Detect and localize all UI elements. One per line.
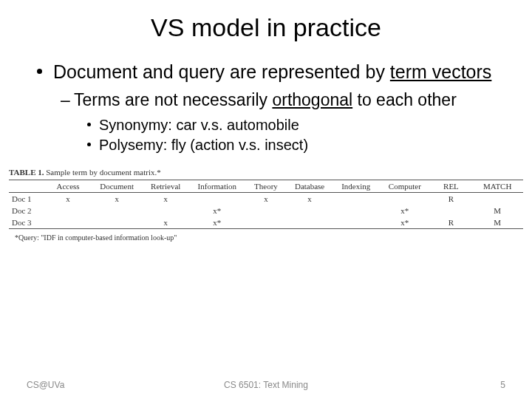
row-label: Doc 1 xyxy=(9,193,45,205)
cell: x xyxy=(45,193,92,205)
row-label: Doc 3 xyxy=(9,216,45,229)
cell: x* xyxy=(189,205,246,216)
col-header: Access xyxy=(45,180,92,193)
cell xyxy=(45,205,92,216)
bullet-level2: – Terms are not necessarily orthogonal t… xyxy=(61,90,510,111)
col-header: Information xyxy=(189,180,246,193)
cell xyxy=(91,216,143,229)
cell: R xyxy=(431,193,472,205)
bullet-dot-icon xyxy=(87,123,91,126)
col-header xyxy=(9,180,45,193)
table-footnote: *Query: "IDF in computer-based informati… xyxy=(9,233,523,242)
cell xyxy=(245,216,287,229)
bullet-list: Document and query are represented by te… xyxy=(0,61,532,154)
bullet-text: Document and query are represented by xyxy=(53,61,390,82)
footnote-text: *Query: "IDF in computer-based informati… xyxy=(15,233,177,242)
slide: VS model in practice Document and query … xyxy=(0,0,532,399)
cell xyxy=(245,205,287,216)
bullet-text: to each other xyxy=(352,90,457,109)
col-header: Indexing xyxy=(332,180,379,193)
cell xyxy=(332,193,379,205)
cell xyxy=(189,193,246,205)
cell xyxy=(431,205,472,216)
bullet-text: Synonymy: car v.s. automobile xyxy=(99,117,299,133)
cell: x xyxy=(245,193,287,205)
col-header: Document xyxy=(91,180,143,193)
bullet-dot-icon xyxy=(87,143,91,146)
col-header: MATCH xyxy=(471,180,523,193)
table-caption: TABLE 1. Sample term by document matrix.… xyxy=(9,168,523,177)
cell: x* xyxy=(379,205,431,216)
footer-page-number: 5 xyxy=(500,380,505,390)
example-table: TABLE 1. Sample term by document matrix.… xyxy=(0,168,532,242)
table-caption-label: TABLE 1. xyxy=(9,168,44,177)
doc-matrix-table: Access Document Retrieval Information Th… xyxy=(9,180,523,229)
cell: x xyxy=(91,193,143,205)
cell xyxy=(45,216,92,229)
bullet-text: Polysemy: fly (action v.s. insect) xyxy=(99,137,308,153)
cell xyxy=(287,205,333,216)
cell: x* xyxy=(189,216,246,229)
slide-title: VS model in practice xyxy=(0,13,532,42)
bullet-text: Terms are not necessarily xyxy=(74,90,272,109)
cell: x* xyxy=(379,216,431,229)
col-header: REL xyxy=(431,180,472,193)
table-row: Doc 2 x* x* M xyxy=(9,205,523,216)
col-header: Database xyxy=(287,180,333,193)
col-header: Computer xyxy=(379,180,431,193)
cell xyxy=(91,205,143,216)
slide-footer: CS@UVa CS 6501: Text Mining 5 xyxy=(0,380,532,390)
row-label: Doc 2 xyxy=(9,205,45,216)
table-caption-text: Sample term by document matrix.* xyxy=(46,168,161,177)
cell xyxy=(332,205,379,216)
cell xyxy=(143,205,189,216)
cell: R xyxy=(431,216,472,229)
bullet-dot-icon xyxy=(37,69,42,74)
dash-icon: – xyxy=(61,90,70,111)
table-row: Doc 1 x x x x x R xyxy=(9,193,523,205)
cell xyxy=(471,193,523,205)
cell: x xyxy=(287,193,333,205)
cell: M xyxy=(471,216,523,229)
cell: x xyxy=(143,193,189,205)
bullet-underlined: term vectors xyxy=(390,61,492,82)
cell xyxy=(287,216,333,229)
bullet-underlined: orthogonal xyxy=(272,90,352,109)
bullet-level3: Polysemy: fly (action v.s. insect) xyxy=(87,136,510,154)
table-row: Doc 3 x x* x* R M xyxy=(9,216,523,229)
cell: M xyxy=(471,205,523,216)
cell xyxy=(379,193,431,205)
cell xyxy=(332,216,379,229)
cell: x xyxy=(143,216,189,229)
col-header: Retrieval xyxy=(143,180,189,193)
footer-center: CS 6501: Text Mining xyxy=(0,380,532,390)
col-header: Theory xyxy=(245,180,287,193)
bullet-level3: Synonymy: car v.s. automobile xyxy=(87,116,510,134)
table-header-row: Access Document Retrieval Information Th… xyxy=(9,180,523,193)
bullet-level1: Document and query are represented by te… xyxy=(37,61,510,83)
